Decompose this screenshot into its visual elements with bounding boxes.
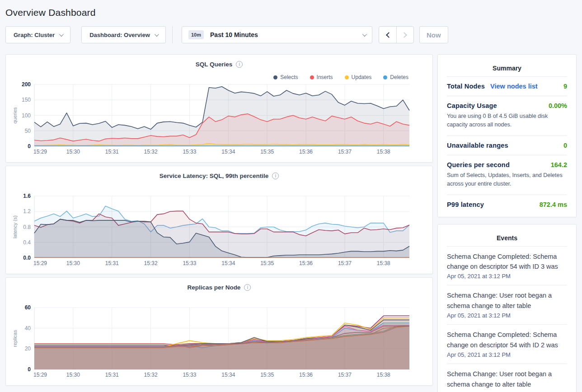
qps-desc: Sum of Selects, Updates, Inserts, and De…	[447, 171, 567, 189]
p99-latency-value: 872.4 ms	[540, 201, 567, 208]
page-root: Overview Dashboard Graph: Cluster Dashbo…	[0, 0, 582, 392]
svg-text:1.2: 1.2	[23, 208, 31, 215]
event-timestamp: Apr 05, 2021 at 3:12 PM	[447, 273, 567, 280]
divider	[172, 26, 173, 43]
svg-text:0.8: 0.8	[23, 224, 31, 230]
event-item[interactable]: Schema Change: User root began a schema …	[447, 364, 567, 392]
controls-bar: Graph: Cluster Dashboard: Overview 10m P…	[5, 26, 577, 43]
svg-text:replicas: replicas	[12, 330, 18, 347]
legend-label: Inserts	[317, 74, 333, 80]
svg-text:15:33: 15:33	[183, 372, 196, 378]
info-icon[interactable]: i	[272, 173, 279, 179]
svg-text:0.0: 0.0	[23, 255, 31, 261]
svg-text:queries: queries	[12, 107, 18, 124]
view-nodes-list-link[interactable]: View nodes list	[490, 83, 538, 90]
chevron-left-icon	[386, 32, 392, 38]
legend-dot	[383, 75, 387, 79]
legend-item-inserts[interactable]: Inserts	[310, 74, 333, 81]
svg-text:15:37: 15:37	[338, 149, 352, 155]
svg-text:15:29: 15:29	[33, 260, 47, 266]
svg-text:15:38: 15:38	[377, 149, 390, 155]
graph-dropdown-label: Graph: Cluster	[14, 32, 55, 38]
svg-text:15:33: 15:33	[183, 260, 196, 266]
summary-heading: Summary	[447, 61, 567, 76]
event-text: Schema Change Completed: Schema change o…	[447, 252, 567, 272]
svg-text:15:36: 15:36	[299, 372, 313, 378]
legend-dot	[345, 75, 349, 79]
graph-dropdown[interactable]: Graph: Cluster	[5, 26, 70, 43]
time-forward-button[interactable]	[396, 27, 413, 43]
event-text: Schema Change: User root began a schema …	[447, 290, 567, 311]
svg-text:50: 50	[25, 128, 31, 134]
time-step-buttons	[379, 26, 414, 43]
replicas-legend	[12, 297, 426, 304]
sql-queries-title: SQL Queries	[196, 61, 233, 68]
svg-text:60: 60	[25, 305, 31, 311]
chevron-right-icon	[401, 32, 407, 38]
svg-text:0.4: 0.4	[23, 239, 31, 246]
summary-row-p99: P99 latency 872.4 ms	[447, 195, 567, 214]
svg-text:40: 40	[25, 325, 31, 331]
time-back-button[interactable]	[379, 27, 396, 43]
svg-text:15:38: 15:38	[377, 372, 390, 378]
event-item[interactable]: Schema Change Completed: Schema change o…	[447, 324, 567, 364]
svg-text:15:30: 15:30	[66, 372, 80, 378]
legend-dot	[310, 75, 314, 79]
sql-queries-chart: 05010015020015:2915:3015:3115:3215:3315:…	[12, 82, 427, 159]
legend-item-deletes[interactable]: Deletes	[383, 74, 408, 81]
event-item[interactable]: Schema Change Completed: Schema change o…	[447, 246, 567, 285]
time-range-badge: 10m	[188, 30, 204, 39]
info-icon[interactable]: i	[244, 284, 251, 291]
summary-row-qps: Queries per second 164.2 Sum of Selects,…	[447, 155, 567, 195]
svg-text:150: 150	[22, 97, 31, 103]
event-item[interactable]: Schema Change: User root began a schema …	[447, 285, 567, 324]
svg-text:15:32: 15:32	[144, 260, 158, 266]
capacity-usage-label: Capacity Usage	[447, 102, 497, 109]
svg-text:1.6: 1.6	[23, 193, 31, 199]
summary-panel: Summary Total Nodes View nodes list 9 Ca…	[437, 54, 577, 217]
capacity-usage-desc: You are using 0 B of 4.5 GiB usable disk…	[447, 112, 567, 130]
qps-value: 164.2	[551, 161, 567, 168]
service-latency-panel: Service Latency: SQL, 99th percentile i …	[5, 166, 433, 274]
event-timestamp: Apr 05, 2021 at 3:12 PM	[447, 351, 567, 358]
legend-item-updates[interactable]: Updates	[345, 74, 372, 81]
summary-row-capacity: Capacity Usage 0.00% You are using 0 B o…	[447, 96, 567, 135]
svg-text:15:35: 15:35	[260, 372, 274, 378]
event-timestamp: Apr 05, 2021 at 3:12 PM	[447, 312, 567, 319]
svg-text:15:37: 15:37	[338, 372, 352, 378]
events-panel: Events Schema Change Completed: Schema c…	[437, 224, 577, 392]
svg-text:15:37: 15:37	[338, 260, 352, 266]
unavailable-ranges-value: 0	[563, 142, 567, 149]
svg-text:15:31: 15:31	[105, 372, 119, 378]
charts-column: SQL Queries i SelectsInsertsUpdatesDelet…	[5, 54, 433, 389]
time-range-label: Past 10 Minutes	[210, 31, 358, 38]
summary-row-unavailable: Unavailable ranges 0	[447, 135, 567, 155]
time-range-selector[interactable]: 10m Past 10 Minutes	[182, 26, 372, 43]
dashboard-dropdown[interactable]: Dashboard: Overview	[81, 26, 166, 43]
dashboard-dropdown-label: Dashboard: Overview	[89, 32, 150, 38]
svg-text:15:31: 15:31	[105, 149, 119, 155]
service-latency-title: Service Latency: SQL, 99th percentile	[160, 173, 269, 179]
event-text: Schema Change: User root began a schema …	[447, 369, 567, 389]
service-latency-chart: 0.00.40.81.21.615:2915:3015:3115:3215:33…	[12, 193, 427, 270]
legend-label: Deletes	[390, 74, 408, 80]
chevron-down-icon	[59, 32, 64, 37]
svg-text:15:35: 15:35	[260, 260, 274, 266]
service-latency-legend	[12, 185, 426, 192]
svg-text:15:30: 15:30	[66, 260, 80, 266]
summary-row-total-nodes: Total Nodes View nodes list 9	[447, 76, 567, 96]
svg-text:15:34: 15:34	[221, 260, 235, 266]
qps-label: Queries per second	[447, 161, 510, 168]
event-text: Schema Change Completed: Schema change o…	[447, 330, 567, 350]
legend-label: Updates	[352, 74, 372, 80]
info-icon[interactable]: i	[236, 61, 243, 68]
legend-item-selects[interactable]: Selects	[273, 74, 298, 81]
svg-text:15:34: 15:34	[221, 372, 235, 378]
total-nodes-label: Total Nodes	[447, 83, 485, 90]
sidebar-column: Summary Total Nodes View nodes list 9 Ca…	[437, 54, 577, 392]
page-title: Overview Dashboard	[5, 7, 577, 18]
replicas-title: Replicas per Node	[188, 284, 241, 291]
svg-text:15:33: 15:33	[183, 149, 196, 155]
now-button[interactable]: Now	[419, 26, 448, 43]
chevron-down-icon	[155, 32, 159, 37]
